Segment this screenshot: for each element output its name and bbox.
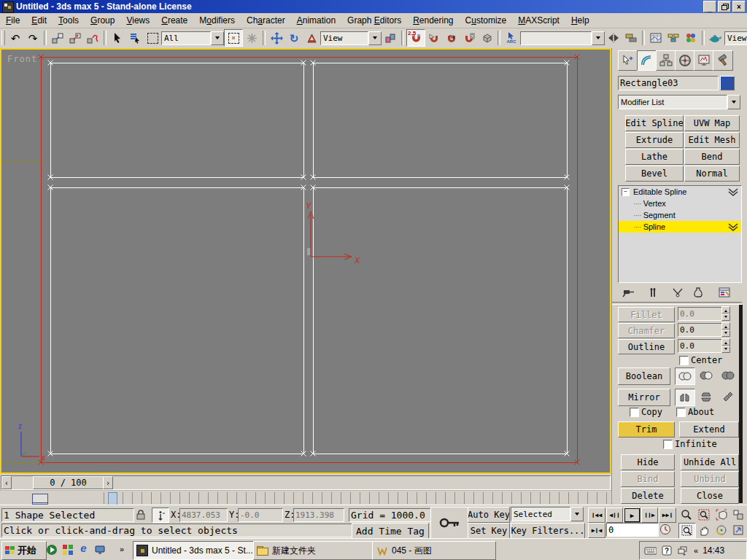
material-editor-button[interactable] bbox=[682, 30, 700, 46]
boolean-union-button[interactable] bbox=[675, 368, 695, 385]
align-button[interactable] bbox=[622, 30, 640, 46]
menu-file[interactable]: File bbox=[0, 13, 26, 28]
title-bar[interactable]: Untitled - 3ds max 5 - Stand-alone Licen… bbox=[0, 0, 747, 13]
time-slider-handle[interactable]: 0 / 100 bbox=[33, 476, 104, 489]
curve-editor-button[interactable] bbox=[647, 30, 665, 46]
open-mini-curve-editor-icon[interactable] bbox=[32, 494, 48, 505]
spinner-snap-button[interactable] bbox=[460, 30, 478, 46]
tree-collapse-icon[interactable]: − bbox=[622, 188, 630, 196]
time-step-forward-button[interactable]: › bbox=[103, 476, 113, 489]
tray-keyboard-icon[interactable] bbox=[644, 545, 657, 557]
undo-button[interactable]: ↶ bbox=[7, 30, 24, 46]
play-button[interactable]: ▶ bbox=[624, 508, 640, 523]
outline-spinner[interactable] bbox=[721, 338, 730, 353]
viewport-front[interactable]: Front Y X bbox=[0, 48, 611, 474]
percent-snap-button[interactable]: % bbox=[443, 30, 460, 46]
named-selection-sets-arrow[interactable] bbox=[592, 31, 605, 45]
render-type-dropdown[interactable]: View bbox=[724, 31, 747, 45]
tab-motion[interactable] bbox=[675, 50, 695, 71]
unlink-button[interactable] bbox=[66, 30, 84, 46]
taskbar-task-paint[interactable]: 045 - 画图 bbox=[372, 541, 496, 560]
current-frame-field[interactable]: 0 bbox=[606, 523, 659, 537]
render-scene-button[interactable] bbox=[707, 30, 724, 46]
quick-launch-app-icon[interactable] bbox=[61, 543, 74, 556]
menu-rendering[interactable]: Rendering bbox=[407, 13, 459, 28]
mirror-button[interactable] bbox=[605, 30, 622, 46]
select-and-manipulate-button[interactable] bbox=[243, 30, 260, 46]
mirror-horizontal-button[interactable] bbox=[675, 389, 695, 406]
make-unique-button[interactable] bbox=[669, 284, 686, 300]
menu-customize[interactable]: Customize bbox=[460, 13, 513, 28]
menu-create[interactable]: Create bbox=[155, 13, 193, 28]
time-configuration-button[interactable] bbox=[659, 524, 672, 537]
menu-graph-editors[interactable]: Graph Editors bbox=[341, 13, 407, 28]
boolean-intersect-button[interactable] bbox=[719, 368, 738, 384]
key-filters-button[interactable]: Key Filters... bbox=[511, 523, 585, 539]
menu-edit[interactable]: Edit bbox=[26, 13, 53, 28]
menu-maxscript[interactable]: MAXScript bbox=[512, 13, 565, 28]
close-button[interactable]: × bbox=[732, 1, 746, 12]
extend-button[interactable]: Extend bbox=[679, 421, 739, 438]
center-checkbox[interactable] bbox=[679, 356, 689, 365]
selection-filter-arrow[interactable] bbox=[211, 31, 224, 45]
auto-key-button[interactable]: Auto Key bbox=[468, 507, 510, 523]
stack-item-vertex[interactable]: ···· Vertex bbox=[619, 198, 741, 209]
pan-button[interactable] bbox=[696, 523, 712, 537]
angle-snap-button[interactable] bbox=[425, 30, 443, 46]
tab-modify[interactable] bbox=[637, 50, 657, 71]
fillet-spinner[interactable] bbox=[721, 306, 730, 321]
object-color-swatch[interactable] bbox=[720, 76, 735, 90]
shelf-extrude-button[interactable]: Extrude bbox=[625, 132, 684, 148]
tab-utilities[interactable] bbox=[713, 50, 733, 71]
configure-modifier-sets-button[interactable] bbox=[716, 284, 733, 300]
quick-launch-overflow-chevron[interactable]: » bbox=[120, 545, 124, 553]
select-and-link-button[interactable] bbox=[49, 30, 66, 46]
rectangular-selection-region-button[interactable] bbox=[144, 30, 161, 46]
quick-launch-desktop-icon[interactable] bbox=[93, 543, 106, 556]
object-name-field[interactable]: Rectangle03 bbox=[618, 76, 719, 90]
zoom-button[interactable] bbox=[678, 508, 694, 522]
remove-modifier-button[interactable] bbox=[689, 284, 707, 300]
select-and-move-button[interactable] bbox=[268, 30, 285, 46]
outline-value-field[interactable]: 0.0 bbox=[678, 339, 723, 353]
shelf-bend-button[interactable]: Bend bbox=[684, 149, 740, 165]
boolean-button[interactable]: Boolean bbox=[618, 368, 670, 385]
reference-coordinate-dropdown[interactable]: View bbox=[320, 31, 382, 45]
snap-toggle-button[interactable]: 2.5 bbox=[406, 29, 425, 47]
named-selection-sets-dropdown[interactable] bbox=[520, 31, 605, 45]
modifier-list-dropdown[interactable]: Modifier List bbox=[618, 95, 740, 109]
bind-to-space-warp-button[interactable] bbox=[84, 30, 101, 46]
shelf-edit-mesh-button[interactable]: Edit Mesh bbox=[684, 132, 740, 148]
region-zoom-button[interactable] bbox=[678, 523, 696, 539]
mirror-vertical-button[interactable] bbox=[697, 389, 716, 405]
fillet-value-field[interactable]: 0.0 bbox=[678, 307, 723, 321]
select-and-scale-button[interactable] bbox=[303, 30, 320, 46]
go-to-end-button[interactable]: ▶▶❙ bbox=[659, 508, 676, 523]
add-time-tag-button[interactable]: Add Time Tag bbox=[352, 523, 429, 539]
start-button[interactable]: 开始 bbox=[1, 541, 47, 560]
y-coord-field[interactable]: -0.0 bbox=[238, 508, 283, 522]
toolbar-grip[interactable] bbox=[1, 31, 5, 45]
next-frame-button[interactable]: ❙❙▶ bbox=[641, 508, 658, 523]
quick-launch-ie-icon[interactable]: e bbox=[77, 542, 90, 554]
pin-stack-button[interactable] bbox=[619, 284, 637, 300]
mirror-both-button[interactable] bbox=[719, 389, 738, 405]
key-filter-arrow[interactable] bbox=[570, 507, 584, 521]
menu-modifiers[interactable]: Modifiers bbox=[193, 13, 241, 28]
trim-button[interactable]: Trim bbox=[618, 421, 675, 438]
chamfer-value-field[interactable]: 0.0 bbox=[678, 323, 723, 337]
menu-help[interactable]: Help bbox=[565, 13, 595, 28]
tab-display[interactable] bbox=[694, 50, 714, 71]
schematic-view-button[interactable] bbox=[665, 30, 682, 46]
zoom-extents-button[interactable] bbox=[713, 508, 729, 522]
key-mode-toggle[interactable]: ▶❙◀ bbox=[588, 523, 605, 538]
tab-hierarchy[interactable] bbox=[656, 50, 676, 71]
go-to-start-button[interactable]: ❙◀◀ bbox=[588, 508, 605, 523]
menu-character[interactable]: Character bbox=[241, 13, 291, 28]
set-key-button[interactable]: Set Key bbox=[468, 523, 510, 539]
taskbar-task-3dsmax[interactable]: Untitled - 3ds max 5 - St... bbox=[133, 541, 257, 560]
selection-filter-dropdown[interactable]: All bbox=[161, 31, 224, 45]
about-checkbox[interactable] bbox=[676, 408, 686, 417]
zoom-extents-all-button[interactable] bbox=[730, 508, 746, 522]
chamfer-spinner[interactable] bbox=[721, 322, 730, 337]
